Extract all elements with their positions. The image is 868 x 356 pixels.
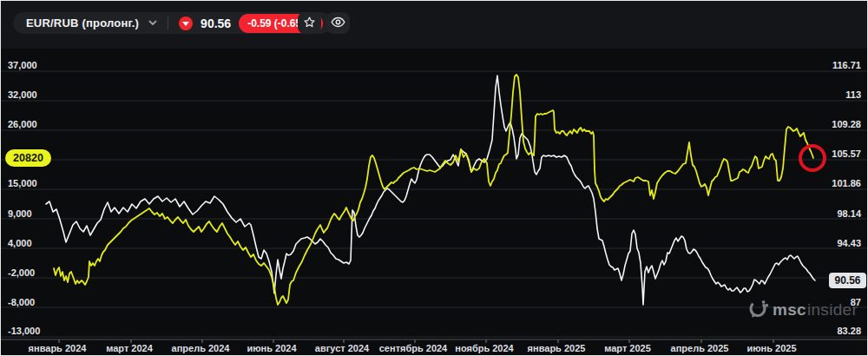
left-axis-label: 9,000 <box>8 208 32 219</box>
time-axis-label: январь 2024 <box>29 343 87 353</box>
yellow-last-value-pill: 20820 <box>5 149 51 167</box>
time-axis-label: март 2025 <box>604 343 651 353</box>
white-last-value-pill: 90.56 <box>829 273 866 288</box>
time-axis-label: апрель 2024 <box>172 343 230 353</box>
trading-chart-window: EUR/RUB (пролонг.) 90.56 -0.59 (-0.65%) … <box>0 0 868 356</box>
annotations <box>800 146 825 170</box>
time-axis-label: ноябрь 2024 <box>455 343 513 353</box>
time-axis-label: январь 2025 <box>528 343 586 353</box>
red-circle-annotation <box>800 146 825 170</box>
time-axis-label: апрель 2025 <box>671 343 729 353</box>
left-axis-label: -13,000 <box>8 326 40 336</box>
right-axis-label: 98.14 <box>837 208 861 219</box>
left-axis-label: 37,000 <box>8 60 37 70</box>
left-axis-label: 26,000 <box>8 119 37 129</box>
left-axis-label: 32,000 <box>8 89 37 100</box>
right-axis-label: 101.86 <box>832 178 861 188</box>
right-axis-label: 109.28 <box>832 119 861 129</box>
left-axis-label: 15,000 <box>8 178 37 188</box>
right-axis-label: 116.71 <box>832 60 861 70</box>
chart-canvas[interactable] <box>1 1 868 356</box>
left-axis-label: 4,000 <box>8 238 32 248</box>
series-white-line <box>46 76 815 305</box>
time-axis-label: июнь 2025 <box>746 343 796 353</box>
right-axis-label: 113 <box>845 89 861 100</box>
gridlines <box>1 71 868 337</box>
time-axis-label: июнь 2024 <box>247 343 296 353</box>
right-axis-label: 105.57 <box>832 148 861 159</box>
left-axis-label: -2,000 <box>8 267 35 278</box>
right-axis-label: 87 <box>851 297 861 307</box>
right-axis-label: 94.43 <box>837 238 861 248</box>
time-axis-label: март 2024 <box>106 343 153 353</box>
time-axis-label: август 2024 <box>315 343 369 353</box>
time-axis-label: сентябрь 2024 <box>379 343 448 353</box>
right-axis-label: 83.28 <box>837 326 861 336</box>
left-axis-label: -8,000 <box>8 297 35 307</box>
